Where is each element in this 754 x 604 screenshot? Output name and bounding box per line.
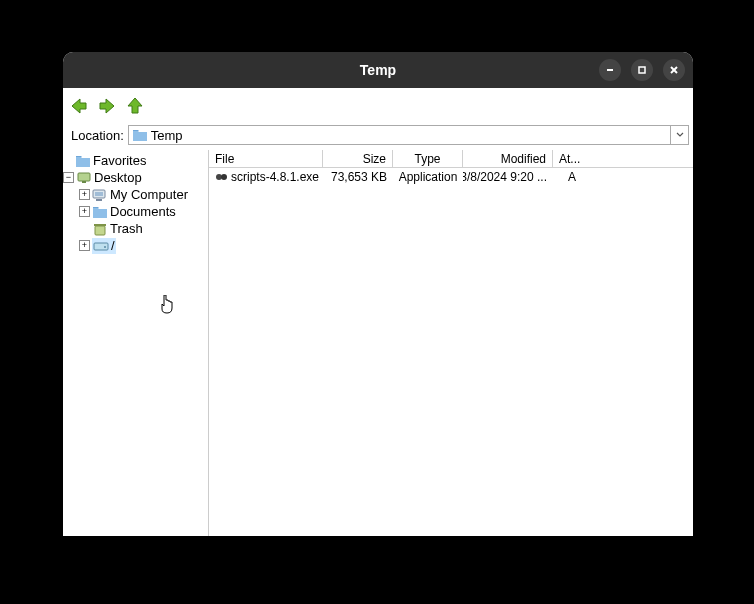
tree-label: Trash <box>110 221 143 236</box>
column-header-type[interactable]: Type <box>393 150 463 167</box>
file-list: File Size Type Modified At... scripts-4.… <box>209 150 693 536</box>
svg-rect-12 <box>95 226 105 235</box>
cell-file: scripts-4.8.1.exe <box>209 168 323 185</box>
svg-rect-13 <box>94 224 106 226</box>
minimize-button[interactable] <box>599 59 621 81</box>
svg-marker-4 <box>72 99 86 113</box>
desktop-icon <box>76 171 92 185</box>
trash-icon <box>92 222 108 236</box>
tree-item-favorites[interactable]: Favorites <box>63 152 208 169</box>
collapse-button[interactable]: − <box>63 172 74 183</box>
nav-toolbar <box>63 88 693 124</box>
close-icon <box>669 65 679 75</box>
column-header-file[interactable]: File <box>209 150 323 167</box>
svg-rect-7 <box>78 173 90 181</box>
tree-label: My Computer <box>110 187 188 202</box>
cell-modified: 3/8/2024 9:20 ... <box>463 168 553 185</box>
svg-marker-6 <box>128 98 142 113</box>
tree-item-drive[interactable]: + / <box>63 237 208 254</box>
column-header-modified[interactable]: Modified <box>463 150 553 167</box>
column-header-size[interactable]: Size <box>323 150 393 167</box>
location-dropdown-button[interactable] <box>671 125 689 145</box>
body: Favorites − Desktop + My Computer + Docu… <box>63 150 693 536</box>
titlebar: Temp <box>63 52 693 88</box>
tree-label: / <box>111 238 115 253</box>
expand-button[interactable]: + <box>79 206 90 217</box>
tree-item-desktop[interactable]: − Desktop <box>63 169 208 186</box>
cell-attr: A <box>553 168 591 185</box>
tree-item-mycomputer[interactable]: + My Computer <box>63 186 208 203</box>
tree-item-documents[interactable]: + Documents <box>63 203 208 220</box>
column-header-attributes[interactable]: At... <box>553 150 591 167</box>
svg-marker-5 <box>100 99 114 113</box>
svg-point-15 <box>104 246 106 248</box>
tree-label: Documents <box>110 204 176 219</box>
tree-label: Favorites <box>93 153 146 168</box>
folder-icon <box>75 154 91 168</box>
exe-icon <box>215 171 229 183</box>
location-input[interactable]: Temp <box>128 125 671 145</box>
file-row[interactable]: scripts-4.8.1.exe 73,653 KB Application … <box>209 168 693 185</box>
expand-button[interactable]: + <box>79 189 90 200</box>
svg-rect-8 <box>82 181 86 183</box>
minimize-icon <box>605 65 615 75</box>
folder-icon <box>92 205 108 219</box>
folder-tree: Favorites − Desktop + My Computer + Docu… <box>63 150 209 536</box>
close-button[interactable] <box>663 59 685 81</box>
svg-rect-14 <box>94 243 108 250</box>
tree-label: Desktop <box>94 170 142 185</box>
location-bar: Location: Temp <box>67 124 689 146</box>
file-manager-window: Temp Location: Tem <box>63 52 693 536</box>
cell-type: Application <box>393 168 463 185</box>
drive-icon <box>93 239 109 253</box>
tree-item-trash[interactable]: Trash <box>63 220 208 237</box>
maximize-icon <box>637 65 647 75</box>
list-header: File Size Type Modified At... <box>209 150 693 168</box>
location-label: Location: <box>67 128 128 143</box>
expand-button[interactable]: + <box>79 240 90 251</box>
folder-icon <box>133 129 147 141</box>
window-controls <box>599 59 685 81</box>
svg-rect-11 <box>96 199 102 201</box>
up-button[interactable] <box>125 96 145 116</box>
svg-point-17 <box>221 174 227 180</box>
location-value: Temp <box>151 128 183 143</box>
back-button[interactable] <box>69 96 89 116</box>
svg-rect-10 <box>95 192 103 196</box>
chevron-down-icon <box>676 132 684 138</box>
svg-rect-1 <box>639 67 645 73</box>
computer-icon <box>92 188 108 202</box>
window-title: Temp <box>360 62 396 78</box>
cell-size: 73,653 KB <box>323 168 393 185</box>
forward-button[interactable] <box>97 96 117 116</box>
maximize-button[interactable] <box>631 59 653 81</box>
